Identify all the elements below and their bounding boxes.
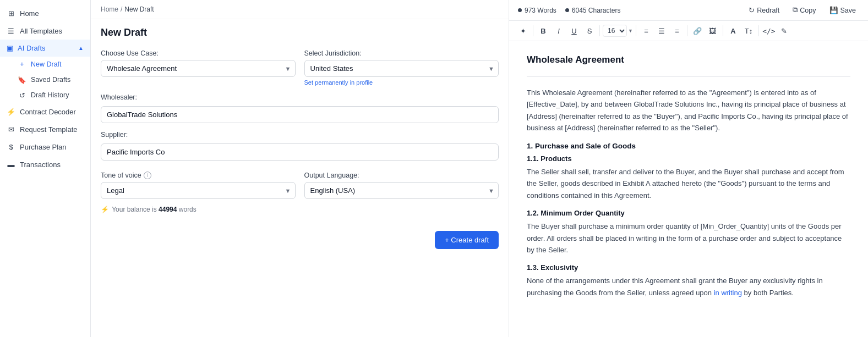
create-draft-button[interactable]: + Create draft [435,231,499,249]
text-format-button[interactable]: T↕ [741,24,756,38]
image-button[interactable]: 🖼 [706,24,720,38]
code-button[interactable]: </> [762,24,776,38]
doc-section1-1-text: The Seller shall sell, transfer and deli… [527,166,850,201]
output-lang-label: Output Language: [304,172,499,179]
sidebar-transactions-label: Transactions [20,161,61,169]
doc-header: 973 Words 6045 Characters ↻ Redraft ⧉ Co… [509,0,868,21]
copy-icon: ⧉ [793,6,798,14]
align-button[interactable]: ≡ [670,24,684,38]
font-size-select[interactable]: 1612141820 [603,25,627,37]
toolbar-divider-2 [599,25,600,36]
form-panel: Home / New Draft New Draft Choose Use Ca… [91,0,509,337]
jurisdiction-group: Select Jurisdiction: United States Unite… [304,49,499,86]
breadcrumb: Home / New Draft [91,0,509,19]
word-count: 973 Words [518,7,556,14]
doc-section1-title: 1. Purchase and Sale of Goods [527,142,850,150]
redraft-button[interactable]: ↻ Redraft [745,4,783,16]
supplier-input[interactable] [101,143,499,161]
sidebar-ai-drafts-label: AI Drafts [18,44,46,52]
sidebar-item-saved-drafts[interactable]: 🔖 Saved Drafts [15,72,90,87]
editor-toolbar: ✦ B I U S 1612141820 ▼ ≡ ☰ ≡ 🔗 🖼 A T↕ [509,21,868,41]
words-dot [518,8,522,12]
toolbar-divider-3 [636,25,636,36]
breadcrumb-separator: / [121,5,122,13]
sidebar-draft-history-label: Draft History [31,91,69,99]
sidebar-home-label: Home [20,9,39,18]
output-lang-select[interactable]: English (USA) English (UK) Spanish [304,182,499,199]
breadcrumb-home[interactable]: Home [101,5,118,13]
bookmark-icon: 🔖 [18,75,26,84]
tone-select[interactable]: Legal Formal Casual [101,182,296,199]
form-body: Choose Use Case: Wholesale Agreement NDA… [91,44,509,337]
jurisdiction-select-wrapper: United States United Kingdom ▼ [304,60,499,77]
doc-section1-3-title: 1.3. Exclusivity [527,263,850,272]
sidebar-item-ai-drafts[interactable]: ▣ AI Drafts ▲ [0,40,90,57]
bullet-list-button[interactable]: ≡ [639,24,653,38]
doc-title: Wholesale Agreement [527,54,850,65]
toolbar-divider-1 [533,25,533,36]
row-wholesaler: Wholesaler: [101,93,499,123]
magic-icon[interactable]: ✦ [516,24,530,38]
page-title: New Draft [91,19,509,44]
ai-drafts-submenu: + New Draft 🔖 Saved Drafts ↺ Draft Histo… [0,57,90,103]
use-case-group: Choose Use Case: Wholesale Agreement NDA… [101,49,296,86]
sidebar-item-purchase-plan[interactable]: $ Purchase Plan [0,138,90,156]
numbered-list-button[interactable]: ☰ [654,24,669,38]
jurisdiction-hint[interactable]: Set permanently in profile [304,79,499,86]
sidebar-item-transactions[interactable]: ▬ Transactions [0,156,90,173]
sidebar-item-all-templates[interactable]: ☰ All Templates [0,22,90,40]
history-icon: ↺ [18,91,26,100]
row-use-case-jurisdiction: Choose Use Case: Wholesale Agreement NDA… [101,49,499,86]
save-button[interactable]: 💾 Save [826,4,860,16]
jurisdiction-select[interactable]: United States United Kingdom [304,60,499,77]
sidebar-item-home[interactable]: ⊞ Home [0,4,90,22]
font-size-group: 1612141820 ▼ [603,25,633,37]
document-icon: ▣ [7,44,13,52]
sidebar-item-request-template[interactable]: ✉ Request Template [0,120,90,138]
use-case-label: Choose Use Case: [101,49,296,57]
wholesaler-label: Wholesaler: [101,93,499,101]
balance-amount: 44994 [159,206,177,213]
card-icon: ▬ [7,160,15,169]
save-label: Save [840,7,856,14]
mail-icon: ✉ [7,125,15,134]
underline-button[interactable]: U [567,24,581,38]
sidebar-request-template-label: Request Template [20,125,78,134]
tone-label: Tone of voice i [101,172,296,179]
use-case-select[interactable]: Wholesale Agreement NDA Service Agreemen… [101,60,296,77]
doc-section1-2-text: The Buyer shall purchase a minimum order… [527,220,850,256]
link-button[interactable]: 🔗 [690,24,705,38]
sidebar: ⊞ Home ☰ All Templates ▣ AI Drafts ▲ + N… [0,0,91,337]
save-icon: 💾 [829,6,838,14]
jurisdiction-label: Select Jurisdiction: [304,49,499,57]
chevron-up-icon: ▲ [78,45,84,51]
toolbar-divider-5 [723,25,723,36]
sidebar-saved-drafts-label: Saved Drafts [31,76,70,84]
tone-select-wrapper: Legal Formal Casual ▼ [101,182,296,199]
strikethrough-button[interactable]: S [582,24,597,38]
sidebar-item-draft-history[interactable]: ↺ Draft History [15,87,90,103]
italic-button[interactable]: I [552,24,566,38]
sidebar-item-new-draft[interactable]: + New Draft [15,57,90,72]
doc-section1-3-highlight: in writing [714,289,742,297]
info-icon: i [144,172,151,179]
doc-divider [527,76,850,77]
chevron-font-icon: ▼ [628,28,633,34]
use-case-select-wrapper: Wholesale Agreement NDA Service Agreemen… [101,60,296,77]
doc-content[interactable]: Wholesale Agreement This Wholesale Agree… [509,41,868,337]
breadcrumb-current: New Draft [124,5,154,13]
doc-actions: ↻ Redraft ⧉ Copy 💾 Save [745,4,859,16]
sidebar-item-contract-decoder[interactable]: ⚡ Contract Decoder [0,103,90,120]
pen-button[interactable]: ✎ [777,24,791,38]
lightning-icon: ⚡ [7,107,15,116]
words-value: 973 Words [525,7,556,14]
toolbar-divider-4 [687,25,687,36]
text-color-button[interactable]: A [726,24,740,38]
redraft-icon: ↻ [749,6,755,14]
bold-button[interactable]: B [536,24,550,38]
document-panel: 973 Words 6045 Characters ↻ Redraft ⧉ Co… [509,0,868,337]
wholesaler-input[interactable] [101,106,499,123]
lightning-balance-icon: ⚡ [101,206,109,213]
copy-button[interactable]: ⧉ Copy [789,4,819,16]
doc-intro: This Wholesale Agreement (hereinafter re… [527,87,850,134]
